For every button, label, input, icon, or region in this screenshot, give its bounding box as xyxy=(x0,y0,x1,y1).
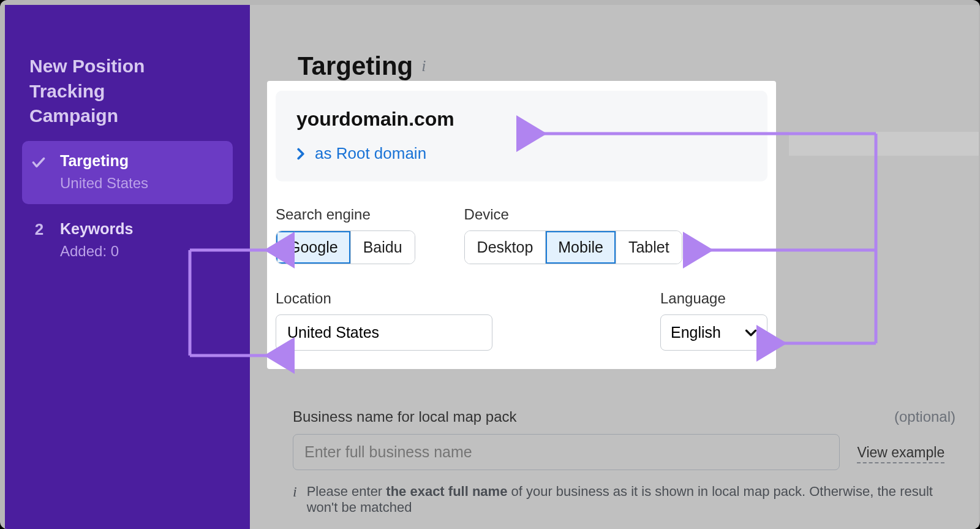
device-tablet[interactable]: Tablet xyxy=(616,231,682,264)
device-label: Device xyxy=(464,206,682,223)
device-desktop[interactable]: Desktop xyxy=(465,231,546,264)
sidebar-title-line1: New Position Tracking xyxy=(29,56,145,101)
language-group: Language English xyxy=(660,290,767,351)
step-index: 2 xyxy=(31,220,48,260)
optional-label: (optional) xyxy=(894,408,956,425)
step-sublabel: United States xyxy=(60,175,224,192)
business-name-label: Business name for local map pack xyxy=(293,408,517,425)
chevron-down-icon xyxy=(745,329,757,337)
info-icon[interactable]: i xyxy=(421,57,426,75)
language-value: English xyxy=(671,324,721,341)
domain-type-label: as Root domain xyxy=(315,144,426,163)
right-panel-ghost xyxy=(789,132,979,156)
domain-summary: yourdomain.com as Root domain xyxy=(276,91,767,181)
business-name-section: Business name for local map pack (option… xyxy=(293,408,956,516)
domain-name: yourdomain.com xyxy=(296,108,747,131)
search-engine-group: Search engine Google Baidu xyxy=(276,206,415,264)
page-heading: Targeting i xyxy=(250,5,979,81)
device-group: Device Desktop Mobile Tablet xyxy=(464,206,682,264)
sidebar-title-line2: Campaign xyxy=(29,105,118,126)
wizard-step-targeting[interactable]: Targeting United States xyxy=(22,141,233,204)
check-icon xyxy=(31,154,47,170)
device-mobile[interactable]: Mobile xyxy=(546,231,616,264)
location-input[interactable] xyxy=(276,314,492,351)
info-icon: i xyxy=(293,484,297,516)
chevron-right-icon xyxy=(296,148,305,160)
location-label: Location xyxy=(276,290,636,307)
device-segmented: Desktop Mobile Tablet xyxy=(464,230,682,264)
targeting-card: yourdomain.com as Root domain Search eng… xyxy=(267,81,776,369)
view-example-link[interactable]: View example xyxy=(857,444,944,463)
business-name-input[interactable] xyxy=(293,434,840,470)
location-group: Location xyxy=(276,290,636,351)
sidebar-title: New Position Tracking Campaign xyxy=(5,25,250,141)
wizard-sidebar: New Position Tracking Campaign Targeting… xyxy=(5,5,250,529)
tip-text: Please enter the exact full name of your… xyxy=(307,484,956,516)
page-title: Targeting xyxy=(298,51,413,81)
step-sublabel: Added: 0 xyxy=(60,243,224,260)
step-label: Targeting xyxy=(60,152,224,170)
language-label: Language xyxy=(660,290,767,307)
domain-type-toggle[interactable]: as Root domain xyxy=(296,144,747,163)
search-engine-google[interactable]: Google xyxy=(276,231,351,264)
business-name-tip: i Please enter the exact full name of yo… xyxy=(293,484,956,516)
language-select[interactable]: English xyxy=(660,314,767,351)
search-engine-baidu[interactable]: Baidu xyxy=(351,231,415,264)
wizard-step-keywords[interactable]: 2 Keywords Added: 0 xyxy=(22,209,233,272)
search-engine-label: Search engine xyxy=(276,206,415,223)
search-engine-segmented: Google Baidu xyxy=(276,230,415,264)
step-label: Keywords xyxy=(60,220,224,238)
